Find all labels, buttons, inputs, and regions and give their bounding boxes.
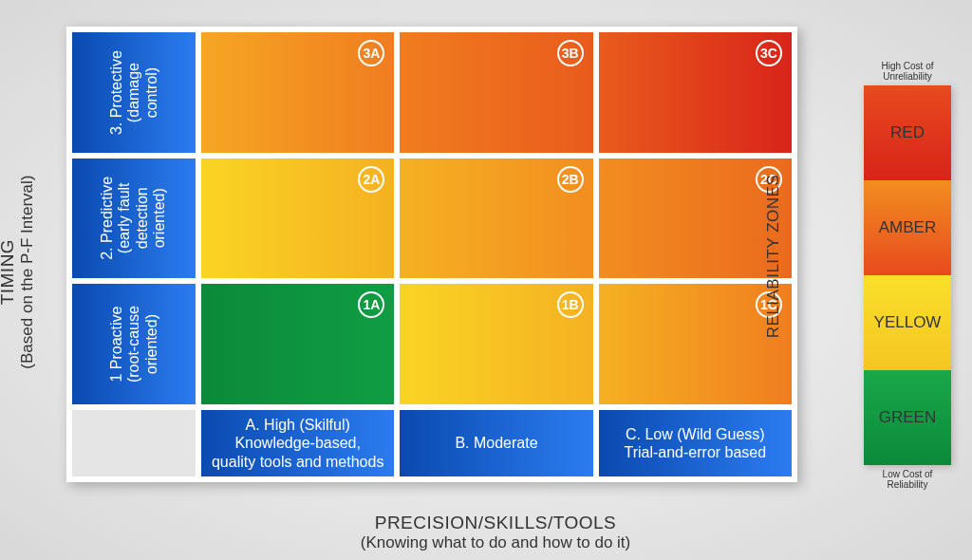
cell-3b: 3B <box>400 32 592 153</box>
col-header-c: C. Low (Wild Guess) Trial-and-error base… <box>599 410 792 476</box>
col-header-a: A. High (Skilful) Knowledge-based, quali… <box>201 410 394 476</box>
col-title-b: B. Moderate <box>455 434 537 452</box>
row-title-1: 1 Proactive <box>107 307 123 383</box>
legend: High Cost of Unreliability RED AMBER YEL… <box>864 57 951 494</box>
x-axis-label: PRECISION/SKILLS/TOOLS (Knowing what to … <box>199 513 792 552</box>
badge-1a: 1A <box>358 291 384 318</box>
row-sub-1: (root-cause oriented) <box>125 306 159 383</box>
legend-top-label: High Cost of Unreliability <box>864 61 951 82</box>
badge-3b: 3B <box>557 40 584 66</box>
col-title-c: C. Low (Wild Guess) <box>626 425 765 443</box>
col-title-a: A. High (Skilful) <box>246 416 350 434</box>
badge-1b: 1B <box>557 291 584 318</box>
legend-zone-red: RED <box>864 85 951 180</box>
badge-2b: 2B <box>557 166 584 193</box>
legend-bar: RED AMBER YELLOW GREEN <box>864 85 951 465</box>
legend-zone-green: GREEN <box>864 370 951 465</box>
badge-2a: 2A <box>358 166 384 193</box>
legend-zone-amber: AMBER <box>864 180 951 275</box>
row-sub-2: (early fault detection oriented) <box>117 183 168 254</box>
cell-2c: 2C <box>599 159 792 279</box>
y-axis-label: TIMING (Based on the P-F Interval) <box>0 83 37 462</box>
row-title-3: 3. Protective <box>107 50 123 135</box>
row-header-predictive: 2. Predictive (early fault detection ori… <box>72 159 196 279</box>
reliability-matrix: 3. Protective (damage control) 3A 3B 3C … <box>66 27 797 482</box>
cell-2b: 2B <box>400 159 592 279</box>
matrix-corner <box>72 410 196 476</box>
cell-1a: 1A <box>201 284 394 404</box>
row-header-protective: 3. Protective (damage control) <box>72 32 196 153</box>
y-axis-title: TIMING <box>0 83 18 462</box>
badge-3a: 3A <box>358 40 384 66</box>
row-sub-3: (damage control) <box>125 63 159 122</box>
row-title-2: 2. Predictive <box>99 177 115 260</box>
row-header-proactive: 1 Proactive (root-cause oriented) <box>72 284 196 404</box>
cell-3a: 3A <box>201 32 394 153</box>
cell-3c: 3C <box>599 32 792 153</box>
legend-zone-yellow: YELLOW <box>864 275 951 370</box>
x-axis-title: PRECISION/SKILLS/TOOLS <box>199 513 792 533</box>
legend-title: RELIABILITY ZONES <box>765 175 784 339</box>
cell-2a: 2A <box>201 159 394 279</box>
col-header-b: B. Moderate <box>400 410 592 476</box>
x-axis-subtitle: (Knowing what to do and how to do it) <box>199 533 792 552</box>
cell-1b: 1B <box>400 284 592 404</box>
y-axis-subtitle: (Based on the P-F Interval) <box>18 83 37 462</box>
col-sub-a: Knowledge-based, quality tools and metho… <box>212 434 383 470</box>
col-sub-c: Trial-and-error based <box>624 443 766 461</box>
cell-1c: 1C <box>599 284 792 404</box>
legend-bottom-label: Low Cost of Reliability <box>864 469 951 490</box>
badge-3c: 3C <box>756 40 782 66</box>
